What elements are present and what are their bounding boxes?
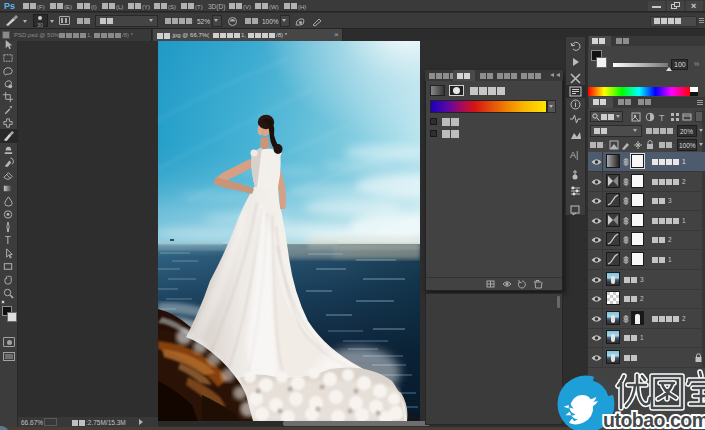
svg-text:A|: A| <box>570 150 578 160</box>
svg-text:T: T <box>5 235 11 246</box>
svg-text:T: T <box>659 113 665 123</box>
svg-text:utobao.com: utobao.com <box>603 409 705 430</box>
